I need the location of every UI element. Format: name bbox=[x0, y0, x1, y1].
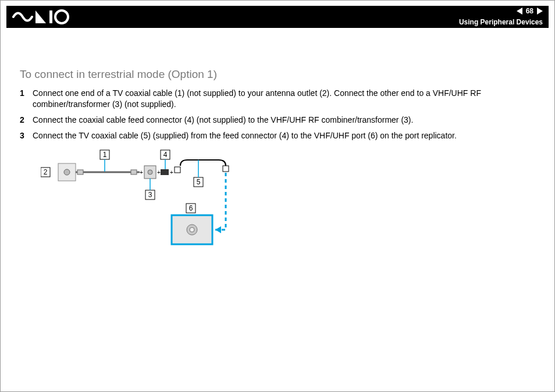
svg-marker-24 bbox=[215, 226, 221, 233]
step-number: 3 bbox=[20, 130, 24, 141]
next-page-arrow[interactable] bbox=[537, 8, 543, 15]
callout-1: 1 bbox=[103, 151, 107, 159]
callout-2: 2 bbox=[44, 168, 48, 176]
vaio-logo bbox=[12, 9, 82, 24]
svg-rect-16 bbox=[161, 169, 169, 175]
step-number: 1 bbox=[20, 88, 24, 99]
svg-point-27 bbox=[190, 227, 194, 232]
svg-point-12 bbox=[148, 170, 152, 174]
svg-rect-7 bbox=[131, 170, 137, 174]
step-text: Connect one end of a TV coaxial cable (1… bbox=[33, 88, 481, 109]
svg-rect-6 bbox=[77, 170, 83, 174]
header-bar: 68 Using Peripheral Devices bbox=[6, 6, 549, 28]
content: To connect in terrestrial mode (Option 1… bbox=[20, 68, 535, 146]
svg-text:+: + bbox=[170, 169, 173, 176]
callout-4: 4 bbox=[163, 151, 168, 159]
step-text: Connect the coaxial cable feed connector… bbox=[33, 115, 413, 124]
svg-point-3 bbox=[64, 169, 70, 175]
svg-text:+: + bbox=[140, 169, 143, 176]
svg-rect-21 bbox=[223, 166, 229, 172]
svg-text:+: + bbox=[157, 169, 161, 176]
callout-5: 5 bbox=[197, 178, 201, 186]
subsection-heading: To connect in terrestrial mode (Option 1… bbox=[20, 68, 535, 81]
step-number: 2 bbox=[20, 115, 24, 126]
svg-point-1 bbox=[55, 10, 68, 23]
step-text: Connect the TV coaxial cable (5) (suppli… bbox=[33, 131, 457, 140]
svg-rect-20 bbox=[175, 167, 180, 173]
step-item: 3 Connect the TV coaxial cable (5) (supp… bbox=[20, 130, 535, 141]
svg-rect-0 bbox=[49, 10, 52, 23]
prev-page-arrow[interactable] bbox=[517, 8, 522, 15]
step-item: 1 Connect one end of a TV coaxial cable … bbox=[20, 88, 535, 110]
steps-list: 1 Connect one end of a TV coaxial cable … bbox=[20, 88, 535, 141]
page-nav: 68 bbox=[517, 7, 543, 15]
step-item: 2 Connect the coaxial cable feed connect… bbox=[20, 115, 535, 126]
callout-3: 3 bbox=[148, 191, 152, 199]
section-title: Using Peripheral Devices bbox=[459, 18, 543, 26]
callout-6: 6 bbox=[189, 204, 193, 212]
page-number: 68 bbox=[526, 7, 533, 15]
connection-diagram: 2 1 + + 3 + 4 5 6 bbox=[41, 148, 273, 265]
